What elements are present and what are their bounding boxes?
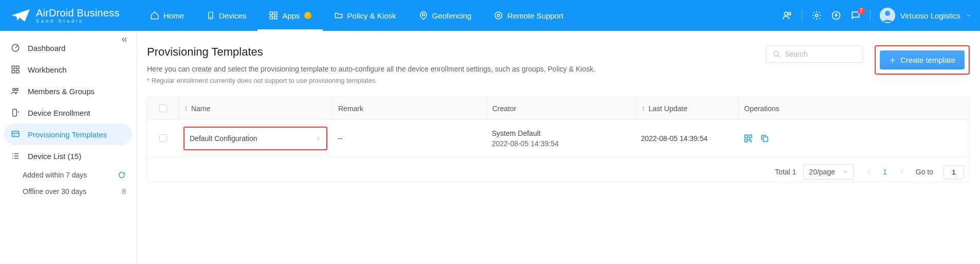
th-label: Operations: [744, 104, 779, 113]
workbench-icon: [10, 65, 21, 74]
svg-rect-3: [274, 12, 277, 14]
members-icon[interactable]: [782, 10, 792, 21]
svg-point-7: [495, 12, 503, 19]
sidebar-item-label: Device List (15): [28, 152, 81, 161]
nav-apps[interactable]: Apps !: [257, 0, 322, 31]
page-title: Provisioning Templates: [147, 45, 757, 59]
qr-icon[interactable]: [744, 134, 753, 143]
goto-label: Go to: [916, 168, 933, 176]
search-icon: [772, 50, 781, 58]
refresh-icon[interactable]: [118, 171, 126, 179]
creator-name: System Default: [492, 129, 631, 137]
members-icon: [10, 86, 21, 96]
svg-point-24: [774, 51, 779, 56]
sidebar-item-label: Workbench: [28, 65, 67, 74]
sidebar-item-label: Provisioning Templates: [28, 130, 107, 139]
svg-rect-4: [270, 16, 273, 19]
chevron-right-icon: [315, 135, 321, 142]
nav-label: Devices: [219, 11, 246, 20]
support-icon: [494, 11, 503, 20]
sidebar-sub-offline[interactable]: Offline over 30 days 8: [0, 183, 136, 200]
svg-point-10: [788, 12, 790, 15]
prev-page-button[interactable]: [861, 165, 876, 179]
page-size-select[interactable]: 20/page: [803, 164, 854, 180]
pagination: Total 1 20/page 1 Go to: [147, 157, 969, 182]
collapse-sidebar-icon[interactable]: [120, 36, 129, 43]
th-label: Creator: [492, 104, 516, 113]
device-icon: [207, 11, 215, 20]
th-checkbox: [147, 97, 178, 119]
sidebar-item-enrollment[interactable]: Device Enrollment: [0, 102, 136, 124]
sidebar-item-members[interactable]: Members & Groups: [0, 80, 136, 102]
nav-remote-support[interactable]: Remote Support: [483, 0, 575, 31]
brand-logo[interactable]: AirDroid Business Sand Studio: [10, 8, 139, 24]
page-description: Here you can create and select the provi…: [147, 64, 757, 75]
sidebar-item-dashboard[interactable]: Dashboard: [0, 37, 136, 59]
nav-home[interactable]: Home: [139, 0, 195, 31]
notifications-icon[interactable]: 7: [850, 10, 861, 21]
divider: [870, 10, 871, 21]
nav-label: Remote Support: [507, 11, 563, 20]
location-icon: [419, 11, 428, 20]
svg-point-11: [815, 14, 818, 17]
current-page[interactable]: 1: [883, 168, 887, 176]
settings-gear-icon[interactable]: [811, 10, 822, 21]
top-actions: 7 Virtuoso Logistics: [782, 8, 972, 23]
th-last-update[interactable]: ▲▼ Last Update: [636, 97, 738, 119]
nav-label: Apps: [282, 11, 300, 20]
sidebar-item-label: Device Enrollment: [28, 109, 90, 117]
th-creator: Creator: [487, 97, 636, 119]
download-icon[interactable]: [831, 10, 841, 21]
home-icon: [150, 11, 159, 20]
page-header: Provisioning Templates Here you can crea…: [147, 45, 970, 84]
svg-point-6: [422, 13, 424, 16]
search-box[interactable]: [766, 45, 863, 63]
svg-rect-18: [12, 71, 14, 73]
sidebar-item-workbench[interactable]: Workbench: [0, 59, 136, 80]
creator-cell: System Default 2022-08-05 14:39:54: [487, 129, 636, 148]
create-template-button[interactable]: Create template: [880, 50, 965, 69]
copy-icon[interactable]: [760, 134, 769, 143]
sort-icon: ▲▼: [184, 105, 188, 112]
apps-alert-dot-icon: !: [304, 12, 311, 19]
svg-point-1: [210, 17, 211, 17]
enrollment-icon: [10, 108, 21, 117]
svg-rect-26: [749, 135, 752, 137]
provisioning-icon: [10, 130, 21, 139]
page-note: * Regular enrollment currently does not …: [147, 77, 757, 84]
sidebar-item-label: Dashboard: [28, 44, 65, 52]
operations-cell: [738, 134, 800, 143]
select-all-checkbox[interactable]: [159, 104, 167, 112]
table-row: Default Configuration -- System Default …: [147, 120, 969, 157]
creator-time: 2022-08-05 14:39:54: [492, 139, 631, 148]
nav-devices[interactable]: Devices: [195, 0, 257, 31]
th-label: Name: [191, 104, 210, 113]
chevron-down-icon: [966, 12, 972, 19]
nav-label: Home: [163, 11, 184, 20]
th-label: Remark: [338, 104, 363, 113]
next-page-button[interactable]: [894, 165, 909, 179]
template-name: Default Configuration: [190, 134, 257, 143]
goto-page-input[interactable]: [944, 165, 964, 179]
folder-icon: [334, 11, 343, 20]
topbar: AirDroid Business Sand Studio Home Devic…: [0, 0, 980, 31]
last-update-cell: 2022-08-05 14:39:54: [636, 134, 738, 143]
row-checkbox[interactable]: [159, 134, 167, 142]
user-menu[interactable]: Virtuoso Logistics: [880, 8, 972, 23]
nav-geofencing[interactable]: Geofencing: [408, 0, 483, 31]
svg-rect-22: [13, 109, 17, 116]
sidebar-item-device-list[interactable]: Device List (15): [0, 145, 136, 167]
divider: [802, 10, 802, 21]
nav-policy[interactable]: Policy & Kiosk: [323, 0, 408, 31]
apps-icon: [269, 11, 278, 20]
sort-icon: ▲▼: [641, 105, 645, 112]
svg-rect-25: [745, 135, 747, 137]
sidebar-item-label: Members & Groups: [28, 87, 95, 96]
sidebar-item-provisioning[interactable]: Provisioning Templates: [4, 124, 132, 145]
th-name[interactable]: ▲▼ Name: [178, 97, 332, 119]
search-input[interactable]: [785, 50, 857, 58]
template-name-cell[interactable]: Default Configuration: [183, 127, 327, 150]
dashboard-icon: [10, 43, 21, 52]
sidebar-sub-added[interactable]: Added within 7 days: [0, 167, 136, 183]
nav-label: Policy & Kiosk: [347, 11, 396, 20]
